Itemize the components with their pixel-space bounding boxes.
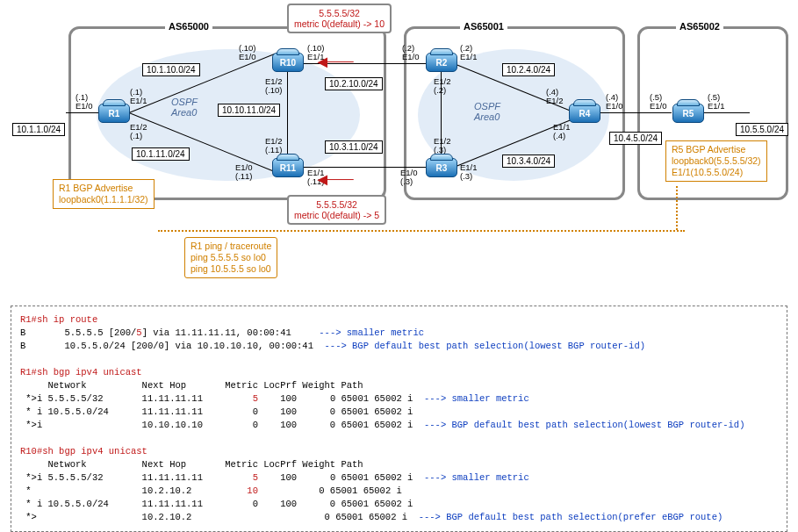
ping-box: R1 ping / traceroute ping 5.5.5.5 so lo0… (184, 237, 277, 278)
arrow-icon: ◀─── (318, 54, 354, 68)
link (292, 63, 433, 64)
net-label: 10.1.11.0/24 (132, 147, 190, 161)
cli-line: *>i 5.5.5.5/32 11.11.11.11 5 100 0 65001… (20, 472, 529, 483)
net-label: 10.2.4.0/24 (502, 63, 555, 76)
iface: (.1) E1/1 (130, 88, 147, 105)
iface: E1/1 (.4) (553, 123, 571, 140)
link (287, 63, 288, 169)
router-r1: R1 (98, 104, 130, 123)
router-r11: R11 (272, 158, 304, 177)
router-r5: R5 (672, 104, 704, 123)
cli-output: R1#sh ip route B 5.5.5.5 [200/5] via 11.… (11, 306, 787, 532)
iface: E1/2 (.3) (434, 137, 451, 155)
iface: E1/2 (.1) (130, 123, 147, 140)
iface: E1/0 (.3) (400, 169, 418, 186)
net-label: 10.10.11.0/24 (218, 104, 280, 117)
iface: (.5) E1/0 (650, 93, 667, 111)
router-r10: R10 (272, 53, 304, 72)
net-label: 10.2.10.0/24 (325, 77, 383, 90)
iface: E1/2 (.11) (265, 137, 283, 155)
iface: (.10) E1/0 (239, 44, 256, 61)
router-r4: R4 (569, 104, 600, 123)
network-diagram: AS65000 AS65001 AS65002 OSPF Area0 OSPF … (0, 0, 798, 298)
dotted-arrow (676, 186, 678, 230)
as65002-label: AS65002 (676, 21, 723, 32)
as65001-label: AS65001 (460, 21, 507, 32)
as65000-label: AS65000 (165, 21, 212, 32)
iface: E1/1 (.3) (460, 163, 478, 181)
dotted-arrow (158, 230, 685, 232)
cli-line: * i 10.5.5.0/24 11.11.11.11 0 100 0 6500… (20, 406, 413, 417)
router-r3: R3 (426, 158, 457, 177)
ospf-label-a: OSPF Area0 (171, 97, 198, 118)
cli-header: Network Next Hop Metric LocPrf Weight Pa… (20, 380, 363, 391)
link (702, 112, 750, 113)
cli-line: R1#sh ip route (20, 314, 97, 325)
cli-line: * i 10.5.5.0/24 11.11.11.11 0 100 0 6500… (20, 499, 413, 509)
cli-header: Network Next Hop Metric LocPrf Weight Pa… (20, 459, 363, 470)
iface: E1/2 (.10) (265, 77, 283, 95)
cli-line: R10#sh bgp ipv4 unicast (20, 446, 147, 457)
iface: (.2) E1/0 (402, 44, 420, 61)
cli-line: B 5.5.5.5 [200/5] via 11.11.11.11, 00:00… (20, 327, 424, 338)
cli-line: R1#sh bgp ipv4 unicast (20, 367, 142, 377)
router-r2: R2 (426, 53, 457, 72)
cli-line: B 10.5.5.0/24 [200/0] via 10.10.10.10, 0… (20, 341, 645, 351)
arrow-icon: ◀─── (318, 172, 354, 186)
cli-line: *>i 10.10.10.10 0 100 0 65001 65002 i --… (20, 420, 744, 430)
r5-advertise: R5 BGP Advertise loopback0(5.5.5.5/32) E… (665, 140, 767, 182)
r1-advertise: R1 BGP Advertise loopback0(1.1.1.1/32) (53, 179, 155, 209)
cli-line: *>i 5.5.5.5/32 11.11.11.11 5 100 0 65001… (20, 393, 529, 404)
link (597, 112, 672, 113)
iface: (.1) E1/0 (75, 93, 93, 111)
cli-line: *> 10.2.10.2 0 65001 65002 i ---> BGP de… (20, 512, 723, 522)
ospf-label-b: OSPF Area0 (474, 101, 500, 122)
net-label: 10.4.5.0/24 (609, 132, 662, 145)
net-label: 10.3.4.0/24 (502, 155, 555, 168)
iface: (.2) E1/1 (460, 44, 478, 61)
iface: (.5) E1/1 (708, 93, 725, 111)
iface: E1/2 (.2) (434, 77, 451, 95)
net-label: 10.3.11.0/24 (325, 140, 383, 154)
iface: (.4) E1/2 (546, 88, 564, 105)
iface: E1/0 (.11) (235, 163, 253, 181)
iface: (.4) E1/0 (606, 93, 623, 111)
net-label: 10.1.10.0/24 (142, 63, 200, 76)
net-label: 10.5.5.0/24 (736, 123, 788, 136)
metric-bot: 5.5.5.5/32 metric 0(default) -> 5 (287, 195, 386, 225)
metric-top: 5.5.5.5/32 metric 0(default) -> 10 (287, 4, 392, 33)
net-label: 10.1.1.0/24 (12, 123, 65, 136)
cli-line: * 10.2.10.2 10 0 65001 65002 i (20, 485, 402, 496)
